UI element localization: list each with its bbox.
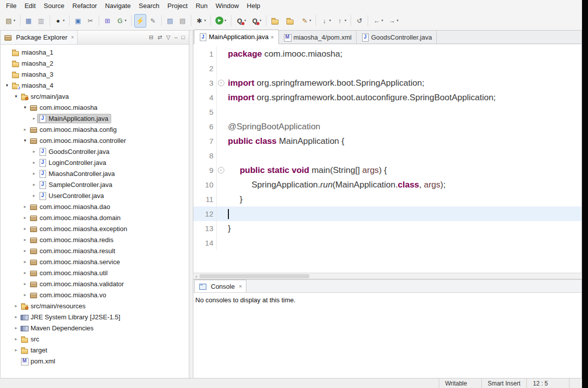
open-type-icon[interactable]: G▾: [114, 14, 129, 28]
expand-arrow-icon[interactable]: ▸: [13, 347, 20, 352]
last-edit-location-icon[interactable]: ↺: [354, 14, 365, 28]
editor-tab[interactable]: JGoodsController.java: [357, 31, 437, 44]
maximize-icon[interactable]: □: [181, 34, 185, 41]
new-file-icon[interactable]: ▤: [164, 14, 176, 28]
close-icon[interactable]: ×: [270, 34, 273, 40]
expand-arrow-icon[interactable]: ▸: [22, 270, 29, 275]
close-icon[interactable]: ×: [71, 35, 74, 40]
expand-arrow-icon[interactable]: ▸: [31, 193, 38, 198]
cut-icon[interactable]: ✂: [85, 14, 96, 28]
tree-item[interactable]: ▾Jmiaosha_4: [1, 80, 189, 91]
expand-arrow-icon[interactable]: ▸: [31, 182, 38, 187]
console-tab[interactable]: Console ×: [194, 280, 246, 292]
collapse-all-icon[interactable]: ⊟: [149, 34, 153, 41]
menu-item-edit[interactable]: Edit: [21, 1, 40, 11]
expand-arrow-icon[interactable]: ▸: [22, 281, 29, 286]
menu-item-file[interactable]: File: [2, 1, 21, 11]
expand-arrow-icon[interactable]: ▸: [22, 215, 29, 220]
tree-item[interactable]: miaosha_3: [1, 69, 189, 80]
wand-icon[interactable]: ⚡: [134, 14, 146, 28]
tree-item[interactable]: ▸src/main/resources: [1, 300, 189, 311]
expand-arrow-icon[interactable]: ▸: [22, 248, 29, 253]
tree-item[interactable]: ▸src: [1, 333, 189, 344]
profile-icon[interactable]: Q▾: [249, 14, 263, 28]
fold-column[interactable]: −: [216, 76, 225, 90]
menu-item-source[interactable]: Source: [40, 1, 68, 11]
tree-item[interactable]: ▾com.imooc.miaosha.controller: [1, 135, 189, 146]
tree-item[interactable]: ▸JMiaoshaController.java: [1, 168, 189, 179]
expand-arrow-icon[interactable]: ▸: [22, 292, 29, 297]
scroll-left-icon[interactable]: ‹: [193, 273, 199, 279]
link-with-editor-icon[interactable]: ⇄: [158, 34, 162, 41]
tree-item[interactable]: ▸com.imooc.miaosha.exception: [1, 223, 189, 234]
code-editor[interactable]: 1package com.imooc.miaosha;23−import org…: [193, 44, 582, 273]
fold-icon[interactable]: −: [218, 80, 224, 86]
launch-config-icon[interactable]: ●▾: [53, 14, 67, 28]
fold-column[interactable]: −: [216, 163, 225, 177]
tree-item[interactable]: ▸com.imooc.miaosha.vo: [1, 289, 189, 300]
tree-item[interactable]: ▸com.imooc.miaosha.service: [1, 256, 189, 267]
pin-editor-icon[interactable]: ✎: [147, 14, 159, 28]
expand-arrow-icon[interactable]: ▸: [22, 237, 29, 242]
expand-arrow-icon[interactable]: ▸: [13, 314, 20, 319]
next-annotation-icon[interactable]: ↓▾: [319, 14, 333, 28]
tree-item[interactable]: ▸JLoginController.java: [1, 157, 189, 168]
package-explorer-tab[interactable]: Package Explorer ×: [1, 31, 78, 44]
tree-item[interactable]: ▸com.imooc.miaosha.util: [1, 267, 189, 278]
tree-item[interactable]: ▸com.imooc.miaosha.dao: [1, 201, 189, 212]
expand-arrow-icon[interactable]: ▸: [22, 226, 29, 231]
tree-item[interactable]: ▸target: [1, 344, 189, 355]
menu-item-project[interactable]: Project: [163, 1, 191, 11]
prev-annotation-icon[interactable]: ↑▾: [334, 14, 349, 28]
tree-item[interactable]: ▸JSampleController.java: [1, 179, 189, 190]
horizontal-scrollbar[interactable]: ‹: [193, 273, 582, 279]
tree-item[interactable]: ▸com.imooc.miaosha.config: [1, 124, 189, 135]
save-icon[interactable]: ▦: [23, 14, 35, 28]
open-console-icon[interactable]: ▣: [72, 14, 84, 28]
external-tools-icon[interactable]: ✱▾: [194, 14, 208, 28]
expand-arrow-icon[interactable]: ▸: [22, 127, 29, 132]
minimize-icon[interactable]: –: [174, 34, 177, 41]
scrollbar-thumb[interactable]: [199, 274, 310, 278]
fold-icon[interactable]: −: [218, 167, 224, 173]
expand-arrow-icon[interactable]: ▸: [31, 171, 38, 176]
tree-item[interactable]: ▸JGoodsController.java: [1, 146, 189, 157]
expand-arrow-icon[interactable]: ▸: [13, 325, 20, 330]
expand-arrow-icon[interactable]: ▸: [31, 160, 38, 165]
tree-item[interactable]: ▸com.imooc.miaosha.redis: [1, 234, 189, 245]
tree-item[interactable]: ▸com.imooc.miaosha.result: [1, 245, 189, 256]
editor-tab[interactable]: Mmiaosha_4/pom.xml: [279, 31, 357, 44]
expand-arrow-icon[interactable]: ▸: [13, 336, 20, 341]
tree-item[interactable]: miaosha_2: [1, 58, 189, 69]
back-icon[interactable]: ←▾: [371, 14, 385, 28]
tree-item[interactable]: Mpom.xml: [1, 355, 189, 366]
new-wizard-icon[interactable]: ▤▾: [3, 14, 18, 28]
tree-item[interactable]: ▸JRE System Library [J2SE-1.5]: [1, 311, 189, 322]
menu-item-run[interactable]: Run: [192, 1, 212, 11]
tree-item[interactable]: ▸JUserController.java: [1, 190, 189, 201]
menu-item-window[interactable]: Window: [212, 1, 243, 11]
tree-item[interactable]: ▾com.imooc.miaosha: [1, 102, 189, 113]
menu-item-refactor[interactable]: Refactor: [69, 1, 101, 11]
view-menu-icon[interactable]: ▽: [166, 34, 170, 41]
collapse-arrow-icon[interactable]: ▾: [22, 138, 29, 143]
import-folder-icon[interactable]: [284, 14, 298, 28]
menu-item-search[interactable]: Search: [135, 1, 163, 11]
tree-item[interactable]: ▾src/main/java: [1, 91, 189, 102]
collapse-arrow-icon[interactable]: ▾: [22, 105, 29, 110]
tree-item[interactable]: ▸com.imooc.miaosha.validator: [1, 278, 189, 289]
close-icon[interactable]: ×: [239, 283, 242, 289]
tree-item[interactable]: ▸JMainApplication.java: [1, 113, 189, 124]
save-all-icon[interactable]: ▥: [36, 14, 47, 28]
expand-arrow-icon[interactable]: ▸: [31, 116, 38, 121]
open-task-icon[interactable]: ▤: [177, 14, 188, 28]
annotate-icon[interactable]: ✎▾: [299, 14, 314, 28]
expand-arrow-icon[interactable]: ▸: [13, 303, 20, 308]
menu-item-navigate[interactable]: Navigate: [101, 1, 135, 11]
tree-item[interactable]: miaosha_1: [1, 47, 189, 58]
collapse-arrow-icon[interactable]: ▾: [13, 94, 20, 99]
expand-arrow-icon[interactable]: ▸: [31, 149, 38, 154]
tree-item[interactable]: ▸com.imooc.miaosha.domain: [1, 212, 189, 223]
coverage-icon[interactable]: Q▾: [234, 14, 248, 28]
menu-item-help[interactable]: Help: [243, 1, 264, 11]
